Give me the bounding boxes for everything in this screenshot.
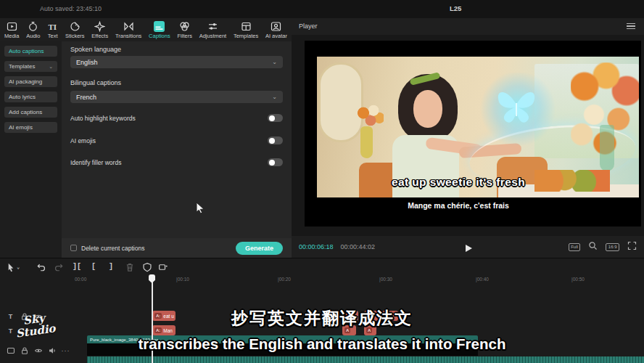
toolbar-item-transitions[interactable]: Transitions (115, 21, 141, 39)
delete-captions-checkbox[interactable] (70, 245, 77, 251)
overwrite-icon[interactable] (158, 261, 168, 272)
stickers-icon (70, 21, 80, 32)
ratio-button[interactable]: 16:9 (606, 243, 619, 251)
bilingual-captions-select[interactable]: French ⌄ (70, 91, 283, 103)
trim-left-icon[interactable]: [ (91, 261, 96, 272)
sidebar-item-label: AI emojis (9, 124, 33, 131)
toolbar-item-label: Transitions (115, 33, 141, 39)
toolbar-item-captions[interactable]: Captions (149, 21, 170, 39)
media-icon (7, 21, 17, 32)
redo-icon[interactable] (54, 261, 64, 272)
vase-right (600, 125, 614, 171)
woman-face (413, 90, 442, 128)
select-cursor-icon[interactable] (6, 261, 16, 272)
toggle-row-filler-words: Identify filler words (70, 158, 283, 166)
toggle-knob (269, 160, 275, 166)
bouquet-left (355, 103, 384, 128)
auto-highlight-toggle[interactable] (268, 114, 283, 122)
toggle-row-auto-highlight: Auto highlight keywords (70, 114, 283, 122)
sidebar-item-ai-packaging[interactable]: AI packaging (4, 76, 57, 87)
spoken-language-select[interactable]: English ⌄ (70, 56, 283, 68)
bilingual-captions-label: Bilingual captions (70, 79, 121, 86)
chevron-down-icon: ⌄ (49, 64, 53, 70)
player-title: Player (299, 23, 318, 30)
cursor-chevron-icon[interactable]: ⌄ (17, 261, 20, 272)
effects-icon (94, 21, 105, 32)
overlay-subtitle-en: transcribes the English and translates i… (0, 335, 644, 353)
adjustment-icon (207, 21, 218, 32)
toolbar-item-label: Text (48, 33, 58, 39)
ruler-label: |00:20 (278, 277, 291, 282)
text-icon: TI (47, 21, 58, 32)
split-icon[interactable]: ][ (73, 261, 81, 272)
preview-zoom-icon[interactable] (588, 240, 598, 253)
ruler-label: |00:10 (176, 277, 189, 282)
toolbar-item-templates[interactable]: Templates (234, 21, 258, 39)
captions-sidebar: Auto captions Templates⌄ AI packaging Au… (0, 41, 62, 258)
autosave-status: Auto saved: 23:45:10 (40, 5, 102, 12)
sidebar-item-add-captions[interactable]: Add captions (4, 107, 57, 118)
player-panel: Player (292, 18, 644, 258)
trim-right-icon[interactable]: ] (109, 261, 113, 272)
bilingual-captions-value: French (76, 94, 96, 101)
filler-words-toggle[interactable] (268, 158, 283, 166)
chevron-down-icon: ⌄ (272, 94, 277, 100)
toolbar-item-stickers[interactable]: Stickers (65, 21, 85, 39)
quality-button[interactable]: Full (569, 243, 581, 251)
mask-icon[interactable] (142, 261, 152, 272)
toggle-label: Identify filler words (70, 159, 121, 166)
delete-captions-label: Delete current captions (81, 245, 144, 252)
audio-clip[interactable] (87, 356, 644, 363)
audio-icon (28, 21, 38, 32)
toolbar-item-label: AI avatar (265, 33, 287, 39)
sidebar-item-ai-emojis[interactable]: AI emojis (4, 122, 57, 133)
toolbar-item-label: Templates (234, 33, 258, 39)
toolbar-item-label: Adjustment (199, 33, 227, 39)
toolbar-item-effects[interactable]: Effects (91, 21, 108, 39)
captions-icon (154, 21, 165, 32)
toolbar-item-media[interactable]: Media (4, 21, 19, 39)
sidebar-item-auto-lyrics[interactable]: Auto lyrics (4, 91, 57, 102)
toolbar-item-label: Effects (91, 33, 108, 39)
player-menu-icon[interactable] (627, 23, 635, 30)
undo-icon[interactable] (36, 261, 46, 272)
mirror-panel (318, 62, 363, 142)
toolbar-item-label: Filters (177, 33, 191, 39)
app-window: Auto saved: 23:45:10 L25 Media Audio TI … (0, 0, 644, 363)
captions-panel-footer: Delete current captions Generate (62, 238, 292, 258)
delete-icon[interactable] (125, 261, 135, 272)
toolbar-item-label: Media (4, 33, 19, 39)
playhead-handle[interactable] (149, 274, 155, 283)
filters-icon (179, 21, 190, 32)
ruler-label: |00:40 (476, 277, 489, 282)
play-button[interactable] (464, 242, 473, 256)
toolbar-item-ai-avatar[interactable]: AI avatar (265, 21, 287, 39)
ruler-label: |00:50 (571, 277, 585, 282)
toolbar-item-label: Audio (26, 33, 40, 39)
butterfly-icon (494, 84, 539, 126)
sidebar-item-label: AI packaging (9, 78, 42, 85)
sidebar-item-auto-captions[interactable]: Auto captions (4, 46, 57, 57)
sidebar-item-label: Add captions (9, 109, 42, 115)
ai-avatar-icon (271, 21, 281, 32)
toolbar-item-filters[interactable]: Filters (177, 21, 191, 39)
session-label: L25 (450, 4, 461, 12)
toolbar-item-audio[interactable]: Audio (26, 21, 40, 39)
sidebar-item-templates[interactable]: Templates⌄ (4, 61, 57, 72)
video-frame[interactable]: eat up sweetie it's fresh Mange ma chéri… (305, 41, 641, 227)
ai-emojis-toggle[interactable] (268, 136, 283, 144)
player-controls: 00:00:06:18 00:00:44:02 Full 16:9 (292, 236, 644, 258)
toolbar-item-label: Captions (149, 33, 170, 39)
ruler-label: 00:00 (75, 277, 86, 282)
fullscreen-icon[interactable] (627, 240, 637, 253)
toggle-knob (269, 138, 275, 144)
generate-button[interactable]: Generate (236, 242, 283, 255)
vase-left (360, 126, 373, 158)
transitions-icon (123, 21, 134, 32)
toolbar-item-text[interactable]: TI Text (47, 21, 58, 39)
video-caption-primary: eat up sweetie it's fresh (305, 176, 612, 189)
ruler-label: |00:30 (379, 277, 392, 282)
toggle-label: Auto highlight keywords (70, 115, 136, 122)
spoken-language-value: English (76, 59, 98, 66)
toolbar-item-adjustment[interactable]: Adjustment (199, 21, 227, 39)
